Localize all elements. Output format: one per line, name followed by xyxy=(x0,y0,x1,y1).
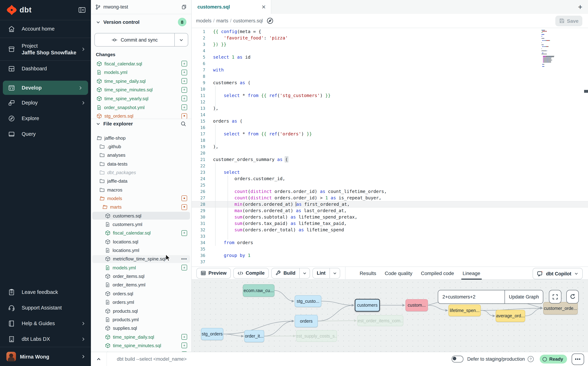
sidebar-item-dashboard[interactable]: Dashboard xyxy=(0,61,91,76)
lineage-node-ecom[interactable]: ecom.raw_cu... xyxy=(243,284,275,297)
lineage-node-lifetime[interactable]: lifetime_spen... xyxy=(448,305,481,316)
lineage-node-t_order_items[interactable]: test_order_items_com... xyxy=(357,315,403,326)
tab-compiled-code[interactable]: Compiled code xyxy=(417,267,458,279)
save-button[interactable]: Save xyxy=(555,15,582,26)
compile-button[interactable]: Compile xyxy=(233,268,269,278)
changed-file-models.yml[interactable]: models.yml+ xyxy=(92,69,190,76)
file-customers.yml[interactable]: customers.yml xyxy=(92,221,190,228)
folder-analyses[interactable]: analyses xyxy=(92,151,190,159)
folder-marts[interactable]: marts xyxy=(92,203,190,211)
modified-dot-icon[interactable] xyxy=(181,196,187,201)
changed-file-time_spine_daily.sql[interactable]: time_spine_daily.sql+ xyxy=(92,77,190,85)
build-options-chevron[interactable] xyxy=(299,268,310,278)
close-tab-icon[interactable]: ✕ xyxy=(261,4,266,10)
file-time_spine_minutes.sql[interactable]: time_spine_minutes.sql+ xyxy=(92,342,190,350)
lineage-search-input[interactable] xyxy=(438,290,505,304)
modified-dot-icon[interactable] xyxy=(181,113,187,119)
changed-file-fiscal_calendar.sql[interactable]: fiscal_calendar.sql+ xyxy=(92,60,190,68)
dbt-command-input[interactable] xyxy=(107,356,337,362)
refresh-button[interactable] xyxy=(566,290,579,304)
version-control-header[interactable]: Version control 8 xyxy=(91,17,191,27)
stage-plus-icon[interactable]: + xyxy=(181,105,187,110)
sidebar-item-help-guides[interactable]: Help & Guides xyxy=(0,316,91,331)
lineage-node-t_supply[interactable]: test_supply_costs_s... xyxy=(296,330,337,342)
stage-plus-icon[interactable]: + xyxy=(181,230,187,236)
lineage-node-orders[interactable]: orders xyxy=(295,315,318,327)
changed-file-stg_orders.sql[interactable]: stg_orders.sql xyxy=(92,112,190,119)
help-icon[interactable]: ? xyxy=(528,356,534,362)
lineage-node-custom[interactable]: custom... xyxy=(405,299,428,311)
preview-button[interactable]: Preview xyxy=(196,268,231,278)
sidebar-item-dbt-labs-dx[interactable]: dbt Labs DX xyxy=(0,331,91,347)
file-order_items.yml[interactable]: order_items.yml xyxy=(92,281,190,289)
folder-jaffle-data[interactable]: jaffle-data xyxy=(92,177,190,185)
sidebar-item-support-assistant[interactable]: Support Assistant xyxy=(0,300,91,316)
sidebar-item-deploy[interactable]: Deploy xyxy=(0,95,91,111)
tab-results[interactable]: Results xyxy=(355,267,380,279)
sidebar-item-query[interactable]: Query xyxy=(0,126,91,142)
file-products.sql[interactable]: products.sql xyxy=(92,307,190,315)
lineage-node-stg_custo[interactable]: stg_custo... xyxy=(295,295,321,307)
sidebar-item-account-home[interactable]: Account home xyxy=(0,20,91,38)
tab-lineage[interactable]: Lineage xyxy=(458,267,484,279)
stage-plus-icon[interactable]: + xyxy=(181,61,187,67)
defer-toggle[interactable] xyxy=(452,356,463,362)
file-orders.yml[interactable]: orders.yml xyxy=(92,298,190,306)
file-products.yml[interactable]: products.yml xyxy=(92,316,190,324)
new-tab-button[interactable]: + xyxy=(575,2,585,12)
file-customers.sql[interactable]: customers.sql xyxy=(92,212,190,220)
sidebar-item-develop[interactable]: Develop xyxy=(3,81,88,95)
commit-options-chevron[interactable] xyxy=(174,33,188,46)
lineage-node-order_it[interactable]: order_it... xyxy=(244,330,264,342)
file-time_spine_daily.sql[interactable]: time_spine_daily.sql+ xyxy=(92,333,190,341)
file-models.yml[interactable]: models.yml+ xyxy=(92,264,190,272)
copy-icon[interactable] xyxy=(180,4,186,10)
commit-and-sync-button[interactable]: Commit and sync xyxy=(94,33,188,46)
file-metricflow_time_spine.sql[interactable]: metricflow_time_spine.sql••• xyxy=(92,255,190,263)
folder-dbt_packages[interactable]: dbt_packages xyxy=(92,169,190,176)
file-locations.sql[interactable]: locations.sql xyxy=(92,238,190,245)
lineage-node-stg_orders[interactable]: stg_orders xyxy=(201,328,223,340)
tab-customers-sql[interactable]: customers.sql ✕ xyxy=(192,0,271,14)
chevron-up-icon[interactable] xyxy=(91,352,107,366)
scrollbar-thumb[interactable] xyxy=(584,90,588,93)
changed-file-order_snapshot.yml[interactable]: order_snapshot.yml+ xyxy=(92,103,190,111)
file-orders.sql[interactable]: orders.sql xyxy=(92,290,190,297)
stage-plus-icon[interactable]: + xyxy=(181,87,187,93)
stage-plus-icon[interactable]: + xyxy=(181,265,187,271)
changed-file-time_spine_yearly.sql[interactable]: time_spine_yearly.sql+ xyxy=(92,95,190,103)
file-locations.yml[interactable]: locations.yml xyxy=(92,246,190,254)
stage-plus-icon[interactable]: + xyxy=(181,69,187,75)
update-graph-button[interactable]: Update Graph xyxy=(505,290,543,304)
folder-data-tests[interactable]: data-tests xyxy=(92,160,190,168)
file-explorer-header[interactable]: File explorer xyxy=(91,119,191,129)
changed-file-time_spine_minutes.sql[interactable]: time_spine_minutes.sql+ xyxy=(92,86,190,94)
fullscreen-button[interactable] xyxy=(549,290,561,304)
user-menu[interactable]: Mirna Wong xyxy=(0,347,91,366)
tab-code-quality[interactable]: Code quality xyxy=(380,267,417,279)
more-options-button[interactable]: ••• xyxy=(572,353,584,365)
search-icon[interactable] xyxy=(180,121,186,127)
row-menu-icon[interactable]: ••• xyxy=(181,256,187,262)
build-button[interactable]: Build xyxy=(271,268,310,278)
lineage-node-cust_ord[interactable]: customer_orde... xyxy=(543,302,578,314)
lineage-node-customers[interactable]: customers xyxy=(355,299,380,312)
lint-options-chevron[interactable] xyxy=(329,268,340,278)
sidebar-item-project[interactable]: ProjectJaffle Shop Snowflake xyxy=(0,38,91,61)
sidebar-item-explore[interactable]: Explore xyxy=(0,111,91,126)
file-supplies.sql[interactable]: supplies.sql xyxy=(92,324,190,332)
stage-plus-icon[interactable]: + xyxy=(181,334,187,340)
file-order_items.sql[interactable]: order_items.sql xyxy=(92,272,190,280)
file-fiscal_calendar.sql[interactable]: fiscal_calendar.sql+ xyxy=(92,229,190,237)
sidebar-item-leave-feedback[interactable]: Leave feedback xyxy=(0,284,91,300)
collapse-sidebar-icon[interactable] xyxy=(78,6,86,14)
lint-button[interactable]: Lint xyxy=(313,268,340,278)
stage-plus-icon[interactable]: + xyxy=(181,96,187,101)
folder-macros[interactable]: macros xyxy=(92,186,190,194)
crumb-customers.sql[interactable]: customers.sql xyxy=(233,18,263,23)
lineage-node-average[interactable]: average_ord... xyxy=(496,310,525,322)
folder-.github[interactable]: .github xyxy=(92,143,190,151)
folder-models[interactable]: models xyxy=(92,195,190,202)
dbt-copilot-button[interactable]: dbt Copilot xyxy=(533,268,583,279)
modified-dot-icon[interactable] xyxy=(181,204,187,210)
